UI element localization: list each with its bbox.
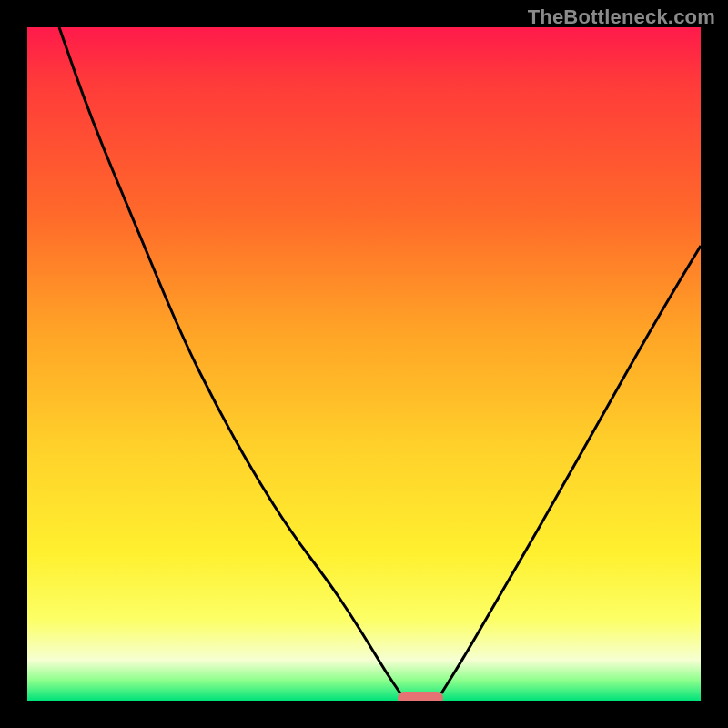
bottleneck-marker <box>398 692 443 701</box>
curve-svg <box>27 27 701 701</box>
watermark-label: TheBottleneck.com <box>528 5 715 29</box>
right-curve <box>441 246 701 693</box>
chart-container: TheBottleneck.com <box>0 0 728 728</box>
plot-area <box>27 27 701 701</box>
left-curve <box>59 27 400 693</box>
